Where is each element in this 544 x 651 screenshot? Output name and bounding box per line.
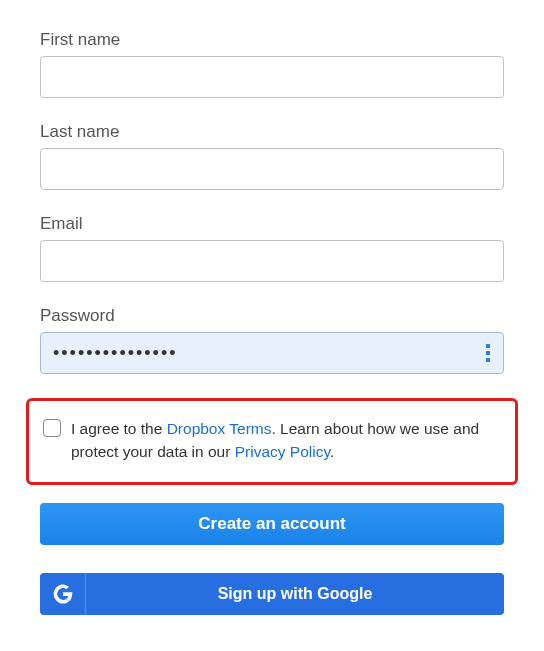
- terms-text-part1: I agree to the: [71, 420, 167, 437]
- first-name-label: First name: [40, 30, 504, 50]
- signup-form: First name Last name Email Password I ag…: [40, 30, 504, 615]
- terms-row: I agree to the Dropbox Terms. Learn abou…: [43, 417, 501, 464]
- password-label: Password: [40, 306, 504, 326]
- last-name-group: Last name: [40, 122, 504, 190]
- password-manager-icon[interactable]: [486, 344, 490, 362]
- google-signup-label: Sign up with Google: [86, 585, 504, 603]
- terms-text: I agree to the Dropbox Terms. Learn abou…: [71, 417, 501, 464]
- password-wrapper: [40, 332, 504, 374]
- privacy-policy-link[interactable]: Privacy Policy: [235, 443, 330, 460]
- email-input[interactable]: [40, 240, 504, 282]
- terms-highlight-box: I agree to the Dropbox Terms. Learn abou…: [26, 398, 518, 485]
- first-name-input[interactable]: [40, 56, 504, 98]
- password-input[interactable]: [40, 332, 504, 374]
- create-account-button[interactable]: Create an account: [40, 503, 504, 545]
- last-name-label: Last name: [40, 122, 504, 142]
- first-name-group: First name: [40, 30, 504, 98]
- email-group: Email: [40, 214, 504, 282]
- email-label: Email: [40, 214, 504, 234]
- terms-checkbox[interactable]: [43, 419, 61, 437]
- last-name-input[interactable]: [40, 148, 504, 190]
- terms-text-end: .: [330, 443, 334, 460]
- google-signup-button[interactable]: Sign up with Google: [40, 573, 504, 615]
- password-group: Password: [40, 306, 504, 374]
- dropbox-terms-link[interactable]: Dropbox Terms: [167, 420, 272, 437]
- google-icon: [40, 573, 86, 615]
